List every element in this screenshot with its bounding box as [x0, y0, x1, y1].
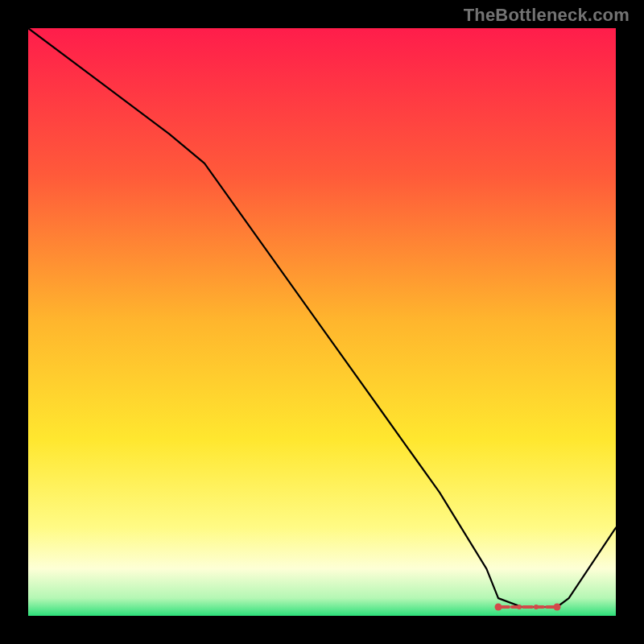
- marker-dot: [554, 604, 561, 611]
- chart-frame: TheBottleneck.com: [0, 0, 644, 644]
- marker-dot: [495, 604, 502, 611]
- watermark-text: TheBottleneck.com: [464, 5, 630, 26]
- plot-svg: [28, 28, 616, 616]
- marker-dash: [522, 605, 534, 609]
- marker-dot: [517, 605, 522, 609]
- marker-dot: [534, 605, 539, 609]
- plot-area: [28, 28, 616, 616]
- gradient-background: [28, 28, 616, 616]
